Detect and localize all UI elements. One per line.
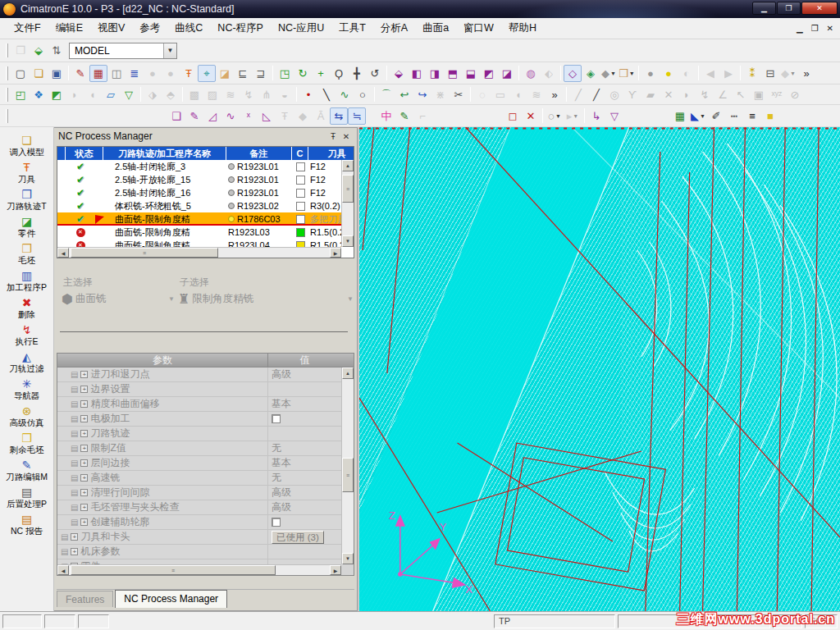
view-front-icon[interactable]: ◧ bbox=[408, 65, 426, 82]
pin-tool-icon[interactable]: Ŧ bbox=[180, 65, 198, 82]
round-icon[interactable]: ◌ bbox=[473, 86, 491, 103]
menu-item[interactable]: NC-程序P bbox=[210, 18, 271, 39]
param-checkbox[interactable] bbox=[272, 518, 281, 527]
param-row[interactable]: ▤+机床参数 bbox=[57, 545, 341, 559]
scroll-thumb[interactable]: ≡ bbox=[342, 175, 354, 203]
mirror-toolpath-icon[interactable]: ◿ bbox=[203, 107, 221, 125]
expand-icon[interactable]: + bbox=[80, 430, 88, 437]
nc-process-row[interactable]: ✔曲面铣-限制角度精R1786C03多把刀具 bbox=[57, 212, 341, 226]
boxdot-icon[interactable]: ▣ bbox=[750, 86, 768, 103]
doc-close-icon[interactable]: ✕ bbox=[827, 24, 833, 33]
toolbar-grip[interactable] bbox=[6, 66, 8, 80]
view-top-icon[interactable]: ⬒ bbox=[444, 65, 462, 82]
edit-toolpath-icon[interactable]: ✎ bbox=[185, 107, 203, 125]
scroll-down-icon[interactable]: ▼ bbox=[342, 235, 354, 247]
model-combo[interactable]: MODEL ▼ bbox=[69, 43, 177, 59]
clip-icon[interactable]: ▸▼ bbox=[564, 107, 582, 125]
shaded-mode-icon[interactable]: ◈ bbox=[582, 65, 600, 82]
magnifier-icon[interactable]: Ϙ bbox=[330, 65, 348, 82]
point-icon[interactable]: • bbox=[299, 86, 317, 103]
screen-refresh-icon[interactable]: ⇅ bbox=[48, 42, 66, 59]
patch-icon[interactable]: ▩ bbox=[185, 86, 203, 103]
menu-item[interactable]: 工具T bbox=[331, 18, 373, 39]
sidebar-item-simulation[interactable]: ⊛高级仿真 bbox=[1, 402, 53, 429]
expand-icon[interactable]: + bbox=[80, 400, 88, 408]
swap-entities-icon[interactable]: ⁑ bbox=[743, 65, 761, 82]
expand-icon[interactable]: + bbox=[71, 548, 78, 555]
light-pick-icon[interactable]: ◐ bbox=[678, 65, 696, 82]
split-a-icon[interactable]: ⬗ bbox=[144, 86, 162, 103]
paste-icon[interactable]: ❐ bbox=[11, 42, 30, 59]
sidebar-item-delete[interactable]: ✖删除 bbox=[1, 294, 53, 321]
work-plane-icon[interactable]: ❖ bbox=[30, 86, 48, 103]
sidebar-item-toolpath[interactable]: ❒刀路轨迹T bbox=[1, 185, 53, 212]
spline-icon[interactable]: ∿ bbox=[336, 86, 354, 103]
graphics-viewport[interactable]: Z Y X bbox=[359, 127, 840, 611]
sidebar-item-rest-stock[interactable]: ❒剩余毛坯 bbox=[1, 429, 53, 456]
scroll-thumb[interactable]: ≡ bbox=[71, 248, 218, 258]
toolbar-grip[interactable] bbox=[6, 88, 8, 102]
param-row[interactable]: ▤+进刀和退刀点高级 bbox=[57, 368, 341, 382]
filter-purple-icon[interactable]: ▽ bbox=[605, 107, 623, 125]
xyz-point-icon[interactable]: ˣʸᶻ bbox=[768, 86, 786, 103]
menu-item[interactable]: 曲线C bbox=[167, 18, 210, 39]
param-row[interactable]: ▤+毛坯管理与夹头检查高级 bbox=[57, 500, 341, 515]
marquee-icon[interactable]: ◌▼ bbox=[546, 107, 564, 125]
doc-restore-icon[interactable]: ❐ bbox=[811, 24, 819, 33]
sidebar-item-toolpath-filter[interactable]: ◭刀轨过滤 bbox=[1, 348, 53, 375]
menu-item[interactable]: 分析A bbox=[373, 18, 415, 39]
t-tool-icon[interactable]: Ŧ bbox=[276, 107, 294, 125]
toolbar-grip[interactable] bbox=[6, 109, 8, 123]
expand-icon[interactable]: + bbox=[80, 371, 88, 378]
sketch-table-icon[interactable]: ▦ bbox=[89, 65, 107, 82]
note-icon[interactable]: ● bbox=[144, 65, 162, 82]
chevron-down-icon[interactable]: ▼ bbox=[163, 43, 176, 58]
lineweight-icon[interactable]: ≡ bbox=[743, 107, 761, 125]
copy-toolpath-icon[interactable]: ❑ bbox=[167, 107, 185, 125]
param-row[interactable]: ▤+刀具和卡头已使用 (3) bbox=[57, 530, 341, 545]
jump-icon[interactable]: ↳ bbox=[587, 107, 605, 125]
param-row[interactable]: ▤+刀路轨迹 bbox=[57, 427, 341, 441]
view-bottom-icon[interactable]: ⬓ bbox=[462, 65, 480, 82]
material-box-icon[interactable]: ■ bbox=[761, 107, 779, 125]
chevron-down-icon[interactable]: ▼ bbox=[347, 295, 354, 303]
zoom-window-icon[interactable]: ◳ bbox=[276, 65, 294, 82]
sidebar-item-import-model[interactable]: ❏调入模型 bbox=[1, 131, 53, 158]
menu-item[interactable]: 帮助H bbox=[501, 18, 544, 39]
plane-z-icon[interactable]: ▱ bbox=[102, 86, 120, 103]
sidebar-item-nc-report[interactable]: ▤NC 报告 bbox=[1, 510, 53, 537]
arc-icon[interactable]: ⌒ bbox=[377, 86, 395, 103]
expand-icon[interactable]: + bbox=[80, 504, 88, 511]
param-row[interactable]: ▤+边界设置 bbox=[57, 382, 341, 397]
rotate-view-icon[interactable]: ↺ bbox=[366, 65, 384, 82]
wireframe-mode-icon[interactable]: ◇ bbox=[564, 65, 582, 82]
table-vertical-scrollbar[interactable]: ▲ ≡ ▼ bbox=[341, 160, 354, 247]
hand-tool-icon[interactable]: ◆ bbox=[294, 107, 312, 125]
mesh-icon[interactable]: ▨ bbox=[203, 86, 221, 103]
scroll-right-icon[interactable]: ▶ bbox=[330, 248, 341, 258]
expand-icon[interactable]: + bbox=[80, 415, 88, 422]
sidebar-item-stock[interactable]: ❒毛坯 bbox=[1, 240, 53, 267]
sidebar-item-execute[interactable]: ↯执行E bbox=[1, 321, 53, 348]
menu-item[interactable]: 窗口W bbox=[456, 18, 501, 39]
more-tools-icon[interactable]: » bbox=[797, 65, 815, 82]
expand-icon[interactable]: + bbox=[80, 386, 88, 393]
wave-toolpath-icon[interactable]: ∿ bbox=[221, 107, 240, 125]
sidebar-item-part[interactable]: ◪零件 bbox=[1, 212, 53, 240]
params-horizontal-scrollbar[interactable]: ◀ ≡ ▶ bbox=[57, 564, 341, 575]
fan-icon[interactable]: ◖ bbox=[509, 86, 527, 103]
sidebar-item-post-process[interactable]: ▤后置处理P bbox=[1, 483, 53, 510]
tab-nc-process-manager[interactable]: NC Process Manager bbox=[115, 590, 227, 608]
param-checkbox[interactable] bbox=[272, 414, 281, 423]
param-row[interactable]: ▤+限制Z值无 bbox=[57, 441, 341, 456]
pan-icon[interactable]: ╋ bbox=[348, 65, 366, 82]
blob-icon[interactable]: ● bbox=[162, 65, 180, 82]
more-curves-icon[interactable]: » bbox=[546, 86, 564, 103]
waves-icon[interactable]: ≋ bbox=[527, 86, 546, 103]
param-row[interactable]: ▤+高速铣无 bbox=[57, 471, 341, 486]
trans-arrows-icon[interactable]: ⇆ bbox=[330, 107, 348, 125]
menu-item[interactable]: NC-应用U bbox=[271, 18, 331, 39]
menu-item[interactable]: 视图V bbox=[90, 18, 132, 39]
pen-icon[interactable]: ✐ bbox=[707, 107, 725, 125]
scroll-up-icon[interactable]: ▲ bbox=[342, 160, 354, 171]
